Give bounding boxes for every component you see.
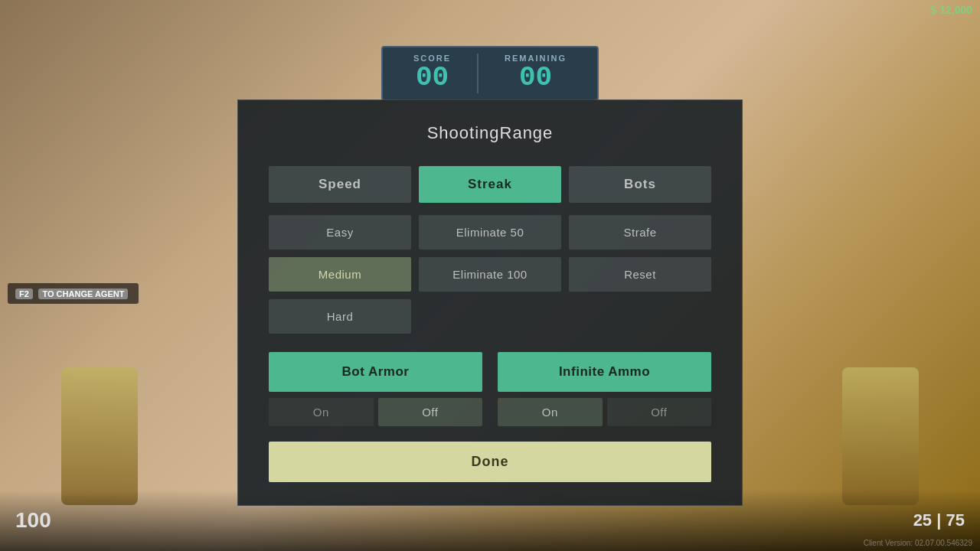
side-panel-right	[842, 367, 919, 505]
done-button[interactable]: Done	[269, 442, 711, 482]
empty-cell-2	[569, 299, 711, 334]
score-value: 00	[413, 63, 451, 93]
infinite-ammo-group: Infinite Ammo On Off	[498, 352, 711, 426]
side-panel-left	[61, 367, 138, 505]
score-section: SCORE 00	[398, 54, 466, 93]
infinite-ammo-off[interactable]: Off	[607, 398, 712, 426]
bot-armor-toggles: On Off	[269, 398, 482, 426]
option-strafe[interactable]: Strafe	[569, 215, 711, 249]
bot-armor-off[interactable]: Off	[378, 398, 483, 426]
money-display: $ 12,000	[931, 4, 973, 16]
version-info: Client Version: 02.07.00.546329	[864, 539, 972, 547]
ammo-display: 25 | 75	[913, 510, 965, 530]
option-elim50[interactable]: Eliminate 50	[419, 215, 561, 249]
infinite-ammo-button[interactable]: Infinite Ammo	[498, 352, 711, 392]
health-display: 100	[15, 508, 51, 533]
category-bots[interactable]: Bots	[569, 166, 711, 203]
infinite-ammo-on[interactable]: On	[498, 398, 603, 426]
score-divider	[477, 54, 479, 93]
agent-notice: F2 TO CHANGE AGENT	[8, 283, 139, 304]
ammo-current: 25	[913, 510, 932, 530]
option-hard[interactable]: Hard	[269, 299, 411, 334]
option-elim100[interactable]: Eliminate 100	[419, 257, 561, 292]
f2-key: F2	[15, 289, 33, 299]
options-grid: Easy Eliminate 50 Strafe Medium Eliminat…	[269, 215, 711, 334]
infinite-ammo-toggles: On Off	[498, 398, 711, 426]
category-speed[interactable]: Speed	[269, 166, 411, 203]
modal-title: ShootingRange	[269, 123, 711, 143]
category-row: Speed Streak Bots	[269, 166, 711, 203]
category-streak[interactable]: Streak	[419, 166, 561, 203]
option-medium[interactable]: Medium	[269, 257, 411, 292]
toggle-section: Bot Armor On Off Infinite Ammo On Off	[269, 352, 711, 426]
remaining-section: REMAINING 00	[489, 54, 582, 93]
option-easy[interactable]: Easy	[269, 215, 411, 249]
ammo-reserve: 75	[946, 510, 965, 530]
option-reset[interactable]: Reset	[569, 257, 711, 292]
scoreboard: SCORE 00 REMAINING 00	[381, 46, 599, 101]
agent-text: TO CHANGE AGENT	[38, 289, 128, 299]
shooting-range-modal: ShootingRange Speed Streak Bots Easy Eli…	[237, 99, 743, 506]
empty-cell-1	[419, 299, 561, 334]
remaining-value: 00	[505, 63, 567, 93]
bot-armor-group: Bot Armor On Off	[269, 352, 482, 426]
bot-armor-on[interactable]: On	[269, 398, 374, 426]
ammo-separator: |	[936, 510, 946, 530]
bot-armor-button[interactable]: Bot Armor	[269, 352, 482, 392]
